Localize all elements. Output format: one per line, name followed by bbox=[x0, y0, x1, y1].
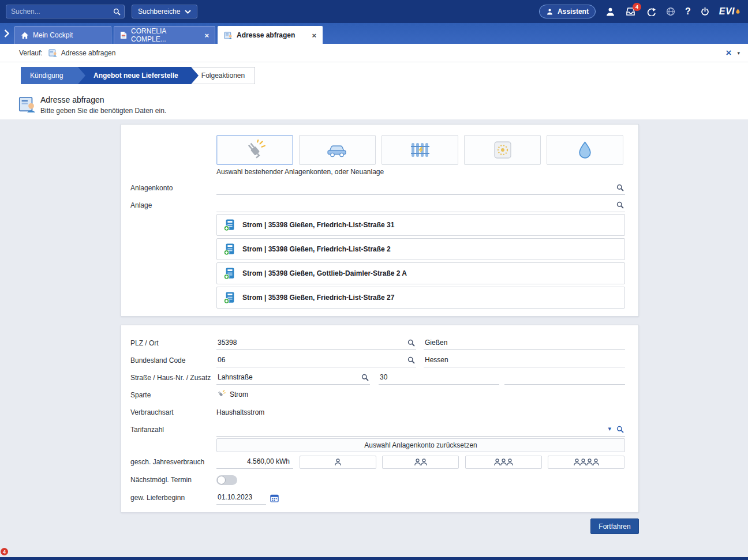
sparte-waerme-button[interactable] bbox=[382, 135, 458, 165]
search-icon[interactable] bbox=[361, 374, 369, 381]
anlage-label: Anlage bbox=[130, 198, 152, 213]
search-input[interactable] bbox=[6, 5, 124, 18]
bundesland-code-input[interactable] bbox=[216, 352, 416, 367]
search-icon[interactable] bbox=[407, 356, 415, 364]
sparte-emobility-button[interactable] bbox=[299, 135, 376, 165]
globe-icon bbox=[666, 7, 675, 16]
anlage-option-4[interactable]: Strom | 35398 Gießen, Friedrich-List-Str… bbox=[216, 287, 625, 309]
page-header: Adresse abfragen Bitte geben Sie die ben… bbox=[0, 88, 748, 119]
ort-input[interactable] bbox=[424, 335, 625, 349]
bundesland-code-field bbox=[216, 352, 416, 367]
bottom-strip bbox=[0, 557, 748, 560]
verlauf-label: Verlauf: bbox=[19, 49, 43, 57]
household-3-button[interactable] bbox=[465, 456, 542, 469]
heating-radiator-icon bbox=[410, 141, 431, 159]
notifications-button[interactable]: 4 bbox=[625, 7, 636, 16]
sparte-value-row: Strom bbox=[216, 390, 248, 399]
tarifanzahl-input[interactable] bbox=[216, 422, 625, 436]
search-icon[interactable] bbox=[113, 8, 121, 16]
tarifanzahl-field: ▾ bbox=[216, 422, 625, 437]
anlage-option-1[interactable]: Strom | 35398 Gießen, Friedrich-List-Str… bbox=[216, 214, 625, 236]
verlauf-item[interactable]: Adresse abfragen bbox=[48, 48, 116, 57]
anlage-input[interactable] bbox=[216, 197, 625, 212]
bundesland-name-input[interactable] bbox=[424, 352, 625, 367]
page-title: Adresse abfragen bbox=[40, 95, 104, 104]
strasse-field bbox=[216, 370, 370, 385]
anlage-option-label: Strom | 35398 Gießen, Gottlieb-Daimler-S… bbox=[242, 269, 407, 277]
person-icon bbox=[592, 458, 600, 467]
hausnr-field bbox=[379, 370, 499, 385]
jahresverbrauch-field bbox=[216, 454, 293, 469]
search-icon[interactable] bbox=[616, 184, 624, 191]
anlage-option-2[interactable]: Strom | 35398 Gießen, Friedrich-List-Str… bbox=[216, 238, 625, 260]
household-2-button[interactable] bbox=[382, 456, 459, 469]
fortfahren-button[interactable]: Fortfahren bbox=[590, 518, 639, 534]
help-button[interactable]: ? bbox=[685, 6, 691, 17]
chevron-right-icon[interactable] bbox=[4, 29, 9, 37]
search-icon[interactable] bbox=[616, 426, 624, 433]
lieferbeginn-input[interactable] bbox=[216, 490, 266, 504]
plz-ort-label: PLZ / Ort bbox=[130, 336, 159, 351]
verlauf-bar: Verlauf: Adresse abfragen × ▾ bbox=[0, 44, 748, 62]
chevron-down-icon[interactable]: ▾ bbox=[737, 50, 740, 56]
verlauf-actions: × ▾ bbox=[726, 48, 740, 58]
search-icon[interactable] bbox=[407, 339, 415, 347]
close-icon[interactable]: × bbox=[204, 32, 209, 39]
strasse-label: Straße / Haus-Nr. / Zusatz bbox=[130, 370, 211, 385]
tab-label: CORNELIA COMPLE... bbox=[131, 27, 200, 43]
meter-add-icon bbox=[223, 219, 236, 231]
anlage-option-3[interactable]: Strom | 35398 Gießen, Gottlieb-Daimler-S… bbox=[216, 262, 625, 284]
verbrauchsart-value: Haushaltsstrom bbox=[216, 405, 264, 420]
reset-anlagenkonto-button[interactable]: Auswahl Anlagenkonto zurücksetzen bbox=[216, 438, 625, 452]
termin-toggle[interactable] bbox=[216, 475, 237, 485]
plz-input[interactable] bbox=[216, 335, 416, 349]
jahresverbrauch-input[interactable] bbox=[216, 454, 293, 468]
anlage-option-label: Strom | 35398 Gießen, Friedrich-List-Str… bbox=[242, 245, 391, 253]
suchbereiche-button[interactable]: Suchbereiche bbox=[132, 5, 197, 18]
search-icon[interactable] bbox=[616, 201, 624, 209]
topbar-actions: Assistent 4 ? bbox=[539, 5, 742, 18]
household-4-button[interactable] bbox=[548, 456, 624, 469]
close-icon[interactable]: × bbox=[312, 32, 316, 39]
close-workflow-icon[interactable]: × bbox=[726, 48, 732, 58]
document-icon bbox=[120, 31, 127, 39]
tab-adresse-abfragen[interactable]: Adresse abfragen × bbox=[218, 26, 323, 44]
tab-cornelia[interactable]: CORNELIA COMPLE... × bbox=[114, 26, 215, 44]
redo-button[interactable] bbox=[646, 7, 656, 16]
user-button[interactable] bbox=[605, 7, 615, 17]
strasse-input[interactable] bbox=[216, 370, 370, 384]
lieferbeginn-label: gew. Lieferbeginn bbox=[130, 490, 185, 505]
electricity-plug-icon bbox=[244, 140, 267, 160]
assistent-button[interactable]: Assistent bbox=[539, 5, 596, 18]
sparte-kochgas-button[interactable] bbox=[464, 135, 541, 165]
verlauf-item-label: Adresse abfragen bbox=[61, 49, 116, 57]
power-button[interactable] bbox=[701, 7, 709, 16]
tab-mein-cockpit[interactable]: Mein Cockpit bbox=[14, 26, 111, 44]
person-icon bbox=[334, 458, 342, 467]
person-icon bbox=[420, 458, 428, 467]
verbrauchsart-label: Verbrauchsart bbox=[130, 405, 174, 420]
form-person-icon bbox=[48, 48, 57, 57]
wizard-step-kuendigung[interactable]: Kündigung bbox=[21, 67, 85, 84]
zusatz-input[interactable] bbox=[504, 370, 625, 384]
household-1-button[interactable] bbox=[300, 456, 376, 469]
assistent-label: Assistent bbox=[558, 7, 589, 16]
calendar-icon[interactable] bbox=[270, 494, 279, 502]
online-status-button[interactable] bbox=[666, 7, 675, 16]
sparte-gas-button[interactable] bbox=[547, 135, 623, 165]
lieferbeginn-field bbox=[216, 490, 266, 505]
tab-label: Mein Cockpit bbox=[33, 31, 73, 39]
wizard-step-angebot[interactable]: Angebot neue Lieferstelle bbox=[77, 67, 199, 84]
chevron-down-icon[interactable]: ▾ bbox=[608, 425, 611, 433]
meter-add-icon bbox=[223, 267, 236, 280]
plz-field bbox=[216, 335, 416, 350]
anlagenkonto-input[interactable] bbox=[216, 180, 625, 194]
anlagenkonto-label: Anlagenkonto bbox=[130, 181, 173, 196]
anlagenkonto-field bbox=[216, 180, 625, 195]
sparte-strom-button[interactable] bbox=[216, 135, 293, 165]
evi-logo-text: EVI bbox=[719, 6, 735, 17]
stove-plate-icon bbox=[494, 141, 511, 159]
wizard-step-folgeaktionen[interactable]: Folgeaktionen bbox=[191, 67, 255, 84]
chevron-down-icon bbox=[185, 10, 191, 14]
hausnr-input[interactable] bbox=[379, 370, 499, 384]
